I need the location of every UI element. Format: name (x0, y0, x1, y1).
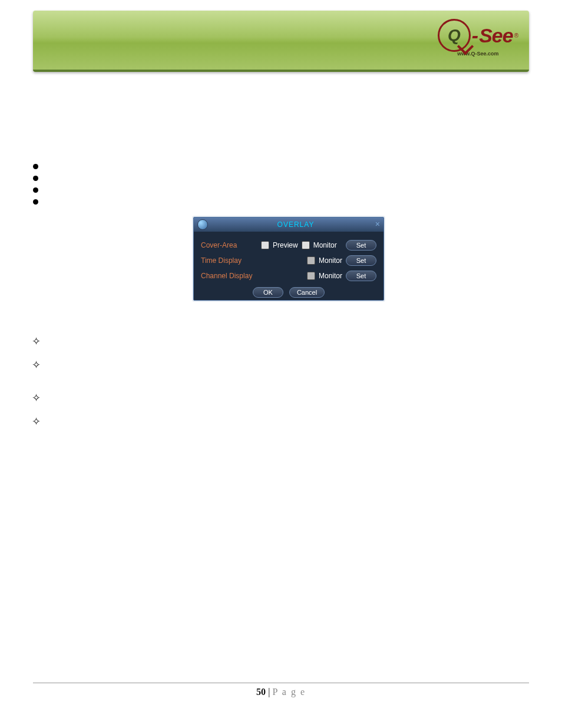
logo-q-letter: Q (448, 26, 461, 45)
overlay-dialog: OVERLAY × Cover-Area Preview Monitor Set… (193, 217, 384, 301)
preview-checkbox-label: Preview (273, 241, 298, 249)
monitor-checkbox-label: Monitor (313, 241, 337, 249)
cancel-button[interactable]: Cancel (289, 287, 325, 298)
overlay-titlebar: OVERLAY × (194, 218, 384, 232)
page-footer: 50 | P a g e (33, 683, 529, 697)
logo-q-icon: Q (438, 19, 471, 52)
overlay-footer: OK Cancel (201, 287, 376, 298)
brand-logo: Q - See ® www.Q-See.com (438, 19, 518, 57)
time-display-label: Time Display (201, 256, 257, 265)
page-number: 50 (256, 687, 266, 697)
ok-button[interactable]: OK (253, 287, 283, 298)
overlay-title: OVERLAY (208, 220, 384, 229)
logo-row: Q - See ® (438, 19, 518, 52)
footer-word: P a g e (273, 687, 306, 697)
monitor-checkbox[interactable] (307, 256, 315, 265)
monitor-checkbox-label: Monitor (319, 272, 342, 280)
preview-checkbox[interactable] (261, 241, 269, 249)
logo-url: www.Q-See.com (438, 51, 518, 57)
close-icon[interactable]: × (375, 219, 380, 229)
monitor-checkbox-label: Monitor (319, 256, 342, 265)
set-button[interactable]: Set (346, 255, 376, 266)
channel-display-label: Channel Display (201, 272, 257, 280)
set-button[interactable]: Set (346, 240, 376, 251)
monitor-checkbox[interactable] (302, 241, 310, 249)
page-banner: Q - See ® www.Q-See.com (33, 11, 529, 72)
overlay-row-cover-area: Cover-Area Preview Monitor Set (201, 238, 376, 253)
logo-registered: ® (514, 32, 518, 39)
overlay-body: Cover-Area Preview Monitor Set Time Disp… (194, 232, 384, 302)
overlay-row-time-display: Time Display Monitor Set (201, 253, 376, 268)
overlay-row-channel-display: Channel Display Monitor Set (201, 268, 376, 284)
overlay-app-icon (197, 219, 208, 230)
set-button[interactable]: Set (346, 271, 376, 281)
logo-dash: - (472, 24, 478, 47)
logo-see: See (479, 24, 513, 47)
cover-area-label: Cover-Area (201, 241, 257, 249)
footer-sep: | (266, 687, 273, 697)
monitor-checkbox[interactable] (307, 272, 315, 280)
